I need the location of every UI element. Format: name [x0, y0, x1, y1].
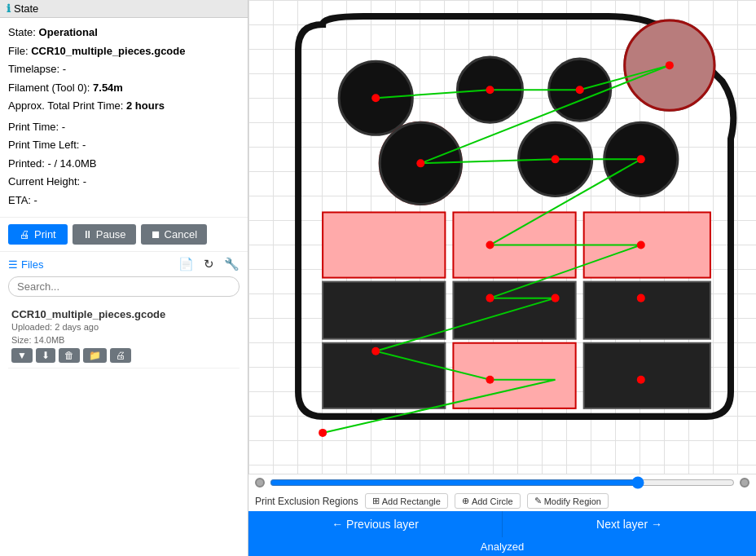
- status-bar: Analyzed: [248, 537, 756, 556]
- file-line: File: CCR10_multiple_pieces.gcode: [8, 43, 240, 60]
- print-icon: 🖨: [20, 228, 30, 240]
- print-buttons-row: 🖨 Print ⏸ Pause ⏹ Cancel: [0, 218, 248, 252]
- new-file-icon[interactable]: 📄: [178, 257, 194, 271]
- svg-point-24: [637, 155, 645, 163]
- state-value: Operational: [39, 26, 98, 38]
- next-layer-button[interactable]: Next layer →: [503, 511, 756, 537]
- svg-point-20: [576, 86, 584, 94]
- file-load-button[interactable]: ▼: [11, 348, 33, 363]
- prev-layer-button[interactable]: ← Previous layer: [248, 511, 503, 537]
- state-section: State: Operational File: CCR10_multiple_…: [0, 18, 248, 218]
- svg-point-25: [486, 241, 494, 249]
- svg-point-30: [371, 347, 380, 355]
- file-download-button[interactable]: ⬇: [36, 348, 55, 363]
- wrench-icon[interactable]: 🔧: [224, 257, 240, 271]
- sidebar-header: ℹ State: [0, 0, 248, 18]
- file-delete-button[interactable]: 🗑: [59, 348, 80, 363]
- svg-point-22: [416, 159, 424, 167]
- approx-value: 2 hours: [126, 99, 165, 112]
- svg-point-31: [486, 376, 494, 384]
- add-rect-icon: ⊞: [372, 496, 380, 506]
- svg-rect-5: [584, 282, 710, 339]
- svg-point-21: [666, 61, 674, 69]
- exclusion-row: Print Exclusion Regions ⊞ Add Rectangle …: [248, 491, 756, 511]
- print-time-left-label: Print Time Left:: [8, 139, 79, 151]
- modify-region-button[interactable]: ✎ Modify Region: [527, 493, 609, 509]
- pause-button[interactable]: ⏸ Pause: [73, 224, 136, 245]
- refresh-icon[interactable]: ↻: [204, 257, 214, 271]
- print-time-left-value: -: [82, 139, 86, 151]
- slider-left-handle: [255, 478, 265, 488]
- slider-right-handle: [740, 478, 749, 488]
- height-label: Current Height:: [8, 175, 80, 188]
- file-item-size: Size: 14.0MB: [11, 335, 236, 345]
- info-icon: ℹ: [7, 2, 11, 15]
- svg-point-27: [486, 294, 494, 302]
- height-value: -: [83, 175, 86, 188]
- svg-point-29: [637, 294, 645, 302]
- file-action-buttons: ▼ ⬇ 🗑 📁 🖨: [11, 348, 236, 363]
- timelapse-value: -: [63, 63, 66, 75]
- cancel-button[interactable]: ⏹ Cancel: [141, 224, 207, 245]
- canvas-area: Print Exclusion Regions ⊞ Add Rectangle …: [248, 0, 756, 556]
- height-line: Current Height: -: [8, 174, 240, 190]
- print-time-line: Print Time: -: [8, 119, 240, 135]
- add-rectangle-button[interactable]: ⊞ Add Rectangle: [365, 493, 448, 509]
- exclusion-label: Print Exclusion Regions: [255, 496, 358, 507]
- svg-rect-0: [323, 212, 445, 277]
- sidebar-title: State: [14, 2, 38, 15]
- timelapse-label: Timelapse:: [8, 63, 59, 75]
- search-input[interactable]: [8, 276, 240, 297]
- layer-nav-buttons: ← Previous layer Next layer →: [248, 511, 756, 537]
- files-header: ☰ Files 📄 ↻ 🔧: [8, 257, 240, 271]
- add-circle-icon: ⊕: [462, 496, 469, 506]
- eta-value: -: [34, 194, 37, 206]
- print-visualization: [248, 0, 756, 474]
- modify-icon: ✎: [534, 496, 542, 506]
- state-label: State:: [8, 26, 36, 38]
- print-time-left-line: Print Time Left: -: [8, 137, 240, 153]
- svg-point-26: [637, 241, 645, 249]
- state-status-line: State: Operational: [8, 24, 240, 41]
- grid-canvas: [248, 0, 756, 474]
- printed-label: Printed:: [8, 157, 45, 170]
- files-title-link[interactable]: ☰ Files: [8, 258, 178, 271]
- files-section: ☰ Files 📄 ↻ 🔧 CCR10_multiple_pieces.gcod…: [0, 252, 248, 556]
- file-print-button[interactable]: 🖨: [110, 348, 131, 363]
- file-item-name: CCR10_multiple_pieces.gcode: [11, 308, 236, 320]
- print-time-label: Print Time:: [8, 121, 59, 133]
- file-item-uploaded: Uploaded: 2 days ago: [11, 322, 236, 332]
- file-move-button[interactable]: 📁: [83, 348, 107, 363]
- eta-line: ETA: -: [8, 192, 240, 209]
- add-circle-button[interactable]: ⊕ Add Circle: [455, 493, 521, 509]
- svg-point-19: [486, 86, 494, 94]
- svg-point-32: [637, 376, 645, 384]
- svg-point-28: [552, 294, 560, 302]
- list-icon: ☰: [8, 258, 18, 271]
- svg-point-33: [319, 429, 327, 437]
- status-text: Analyzed: [481, 541, 524, 553]
- print-button[interactable]: 🖨 Print: [8, 224, 68, 245]
- bottom-controls: Print Exclusion Regions ⊞ Add Rectangle …: [248, 474, 756, 556]
- slider-row: [248, 474, 756, 491]
- print-time-value: -: [62, 121, 65, 133]
- timelapse-line: Timelapse: -: [8, 61, 240, 77]
- approx-label: Approx. Total Print Time:: [8, 99, 123, 112]
- layer-slider[interactable]: [270, 479, 735, 486]
- filament-line: Filament (Tool 0): 7.54m: [8, 80, 240, 96]
- cancel-icon: ⏹: [151, 228, 161, 240]
- svg-point-23: [552, 155, 560, 163]
- file-value: CCR10_multiple_pieces.gcode: [31, 45, 185, 57]
- file-label: File:: [8, 45, 29, 57]
- pause-icon: ⏸: [82, 228, 93, 240]
- svg-rect-3: [323, 282, 445, 339]
- svg-point-18: [371, 94, 380, 102]
- files-icon-group: 📄 ↻ 🔧: [178, 257, 240, 271]
- sidebar: ℹ State State: Operational File: CCR10_m…: [0, 0, 248, 556]
- file-list-item: CCR10_multiple_pieces.gcode Uploaded: 2 …: [8, 303, 240, 368]
- filament-label: Filament (Tool 0):: [8, 82, 90, 94]
- filament-value: 7.54m: [93, 82, 123, 94]
- printed-value: - / 14.0MB: [47, 157, 96, 170]
- printed-line: Printed: - / 14.0MB: [8, 156, 240, 172]
- approx-line: Approx. Total Print Time: 2 hours: [8, 98, 240, 114]
